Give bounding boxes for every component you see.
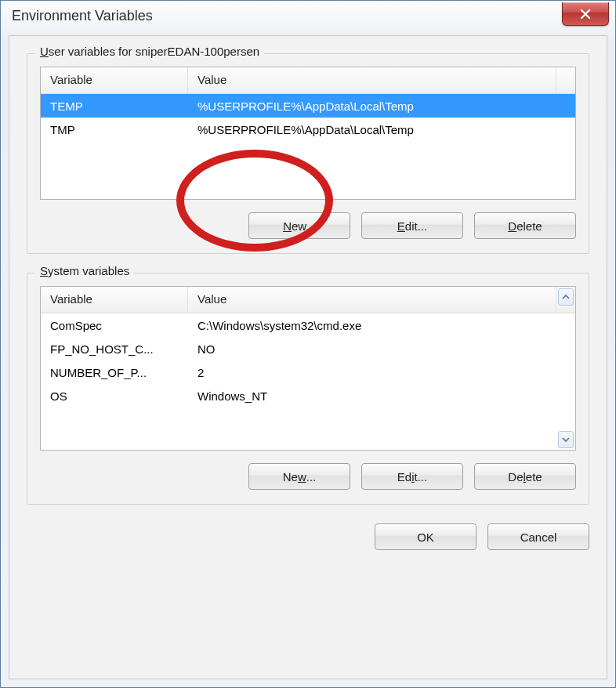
chevron-down-icon — [562, 436, 570, 443]
table-row[interactable]: ComSpec C:\Windows\system32\cmd.exe — [41, 313, 575, 337]
column-header-value[interactable]: Value — [188, 287, 556, 313]
cancel-button[interactable]: Cancel — [487, 523, 589, 550]
titlebar: Environment Variables — [1, 1, 615, 31]
close-icon — [580, 9, 591, 20]
chevron-up-icon — [562, 294, 570, 300]
user-variables-group: User variables for sniperEDAN-100persen … — [27, 53, 589, 254]
list-header: Variable Value — [41, 287, 575, 313]
column-header-variable[interactable]: Variable — [41, 67, 188, 93]
system-variables-list[interactable]: Variable Value ComSpec C:\Windows\system… — [40, 286, 576, 451]
ok-button[interactable]: OK — [375, 523, 476, 550]
scroll-down-button[interactable] — [558, 431, 574, 448]
system-new-button[interactable]: New... — [248, 463, 350, 490]
dialog-content: User variables for sniperEDAN-100persen … — [9, 35, 607, 679]
user-variables-list[interactable]: Variable Value TEMP %USERPROFILE%\AppDat… — [40, 67, 576, 200]
list-body: ComSpec C:\Windows\system32\cmd.exe FP_N… — [41, 313, 575, 407]
system-edit-button[interactable]: Edit... — [361, 463, 463, 490]
table-row[interactable]: OS Windows_NT — [41, 384, 575, 407]
table-row[interactable]: FP_NO_HOST_C... NO — [41, 337, 575, 360]
column-header-variable[interactable]: Variable — [41, 287, 188, 313]
list-header: Variable Value — [41, 67, 575, 94]
system-variables-title: System variables — [35, 264, 134, 277]
user-delete-button[interactable]: Delete — [474, 212, 576, 239]
environment-variables-dialog: Environment Variables User variables for… — [0, 0, 616, 688]
list-body: TEMP %USERPROFILE%\AppData\Local\Temp TM… — [41, 94, 575, 141]
system-delete-button[interactable]: Delete — [474, 463, 576, 490]
table-row[interactable]: TEMP %USERPROFILE%\AppData\Local\Temp — [41, 94, 575, 118]
system-variables-group: System variables Variable Value ComSpec … — [27, 273, 589, 505]
user-edit-button[interactable]: Edit... — [361, 212, 463, 239]
close-button[interactable] — [562, 2, 609, 26]
dialog-buttons-row: OK Cancel — [27, 523, 589, 550]
table-row[interactable]: NUMBER_OF_P... 2 — [41, 360, 575, 384]
user-buttons-row: New... Edit... Delete — [40, 212, 576, 239]
scroll-up-button[interactable] — [558, 288, 574, 306]
table-row[interactable]: TMP %USERPROFILE%\AppData\Local\Temp — [41, 118, 575, 141]
window-title: Environment Variables — [12, 8, 153, 24]
column-header-value[interactable]: Value — [188, 67, 556, 93]
system-buttons-row: New... Edit... Delete — [40, 463, 576, 490]
user-new-button[interactable]: New... — [248, 212, 350, 239]
user-variables-title: User variables for sniperEDAN-100persen — [35, 45, 264, 58]
